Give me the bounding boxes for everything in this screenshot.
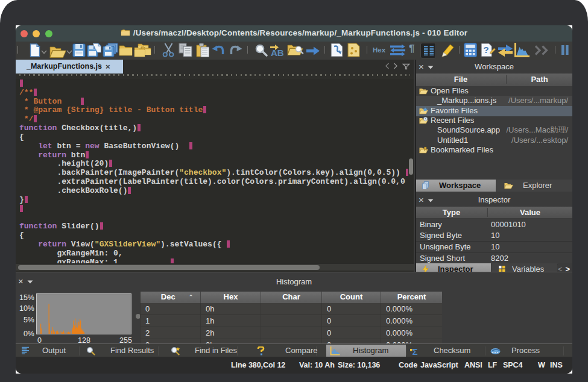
svg-text:?: ?: [484, 45, 489, 55]
svg-text:AB: AB: [271, 48, 284, 57]
svg-text:Σ: Σ: [413, 346, 418, 356]
